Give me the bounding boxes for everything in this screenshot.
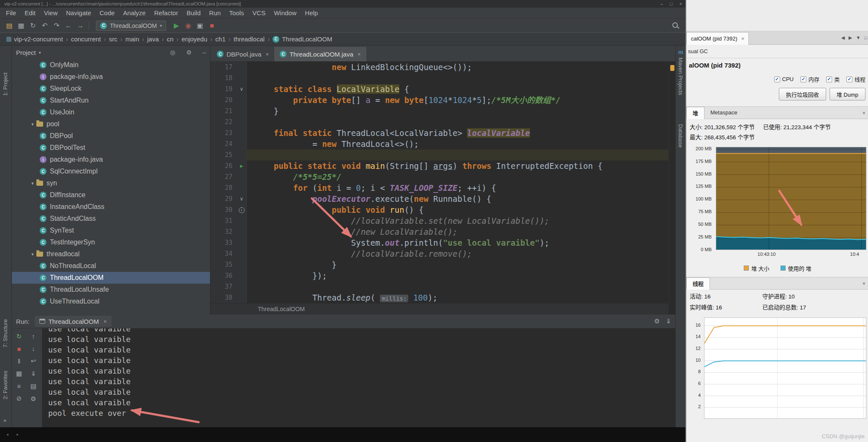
close-icon[interactable]: × [358,51,361,57]
menu-vcs[interactable]: VCS [248,9,270,16]
checkbox-cpu[interactable]: ✓CPU [774,76,794,82]
tab-list-icon[interactable]: ▼ [856,35,860,41]
hide-icon[interactable]: – [202,49,206,56]
close-icon[interactable]: × [862,110,865,116]
menu-file[interactable]: File [2,9,20,16]
tree-item-diffinstance[interactable]: CDiffInstance [12,189,210,201]
project-panel-title[interactable]: Project [16,49,36,56]
tree-item-pool[interactable]: ▾pool [12,118,210,130]
rerun-icon[interactable]: ↻ [16,333,22,340]
soft-wrap-icon[interactable]: ↩ [31,357,36,365]
tree-item-sleeplock[interactable]: CSleepLock [12,83,210,95]
checkbox-线程[interactable]: ✓线程 [846,75,865,83]
console-output[interactable]: use local varaibleuse local varaibleuse … [42,328,675,427]
breadcrumb-item-vip-v2-concurrent[interactable]: vip-v2-concurrent [5,35,64,43]
editor-breadcrumb[interactable]: ThreadLocalOOM [210,303,669,315]
tree-item-threadlocaloom[interactable]: CThreadLocalOOM [12,272,210,284]
breadcrumb-item-threadlocaloom[interactable]: CThreadLocalOOM [271,35,333,43]
locate-icon[interactable]: ◎ [170,49,175,56]
tool-window-project-button[interactable]: 1: Project [2,73,8,96]
tool-window-database-button[interactable]: Database [677,124,684,148]
menu-code[interactable]: Code [95,9,119,16]
tree-item-instanceandclass[interactable]: CInstanceAndClass [12,201,210,213]
maximize-icon[interactable]: □ [670,0,673,8]
debug-icon[interactable]: ◉ [182,22,194,30]
menu-run[interactable]: Run [205,9,225,16]
save-all-icon[interactable]: ▦ [15,22,27,30]
tree-item-package-info.java[interactable]: ipackage-info.java [12,154,210,165]
settings-icon[interactable]: ⚙ [654,317,660,325]
tree-item-onlymain[interactable]: COnlyMain [12,59,210,71]
fold-icon[interactable]: ∨ [240,196,243,202]
status-bar-icon[interactable]: ▪ [16,431,19,438]
breadcrumb-item-concurrent[interactable]: concurrent [70,35,102,43]
run-configuration-select[interactable]: C ThreadLocalOOM ▾ [96,21,166,31]
close-icon[interactable]: × [862,280,865,287]
close-icon[interactable]: × [104,318,107,325]
close-icon[interactable]: × [741,35,745,42]
settings-icon[interactable]: ⚙ [30,395,36,403]
tab-threads[interactable]: 线程 [686,277,710,290]
checkbox-类[interactable]: ✓类 [826,75,840,83]
tree-item-dbpooltest[interactable]: CDBPoolTest [12,142,210,154]
tree-item-sqlconnectimpl[interactable]: CSqlConnectImpl [12,165,210,177]
clear-icon[interactable]: ⊘ [16,395,22,402]
tab-heap[interactable]: 堆 [686,107,704,119]
breadcrumb-item-main[interactable]: main [124,35,141,43]
tree-item-threadlocal[interactable]: ▾threadlocal [12,248,210,260]
chevron-down-icon[interactable]: ▾ [39,50,41,55]
breadcrumb-item-ch1[interactable]: ch1 [214,35,227,43]
visualgc-subtab[interactable]: sual GC [686,45,868,58]
chevron-down-icon[interactable]: ▾ [29,181,36,186]
tool-window-structure-button[interactable]: 7: Structure [2,319,8,347]
breadcrumb-item-threadlocal[interactable]: threadlocal [232,35,266,43]
override-icon[interactable]: ↑ [239,207,245,213]
code-editor[interactable]: 17 new LinkedBlockingQueue<>());1819∨ st… [210,62,669,303]
menu-edit[interactable]: Edit [20,9,40,16]
stop-icon[interactable]: ■ [206,22,218,30]
fold-icon[interactable]: ∨ [240,86,243,92]
tree-item-testintegersyn[interactable]: CTestIntegerSyn [12,236,210,248]
menu-build[interactable]: Build [182,9,205,16]
down-stack-icon[interactable]: ↓ [32,345,35,352]
close-icon[interactable]: × [266,51,269,57]
pause-icon[interactable]: ‖ [18,358,20,365]
history-icon[interactable]: ≡ [17,382,21,390]
tree-item-package-info.java[interactable]: ipackage-info.java [12,71,210,83]
tree-item-staticandclass[interactable]: CStaticAndClass [12,213,210,225]
breadcrumb-item-enjoyedu[interactable]: enjoyedu [180,35,209,43]
tree-item-threadlocalunsafe[interactable]: CThreadLocalUnsafe [12,284,210,296]
tree-item-dbpool[interactable]: CDBPool [12,130,210,142]
menu-navigate[interactable]: Navigate [62,9,95,16]
tool-window-favorites-button[interactable]: 2: Favorites [2,371,8,399]
tree-item-usethreadlocal[interactable]: CUseThreadLocal [12,296,210,307]
chevron-down-icon[interactable]: ▾ [29,122,36,127]
editor-tab-threadlocaloom.java[interactable]: CThreadLocalOOM.java× [274,47,366,61]
settings-icon[interactable]: ⚙ [186,49,192,56]
checkbox-内存[interactable]: ✓内存 [800,75,819,83]
editor-scrollbar[interactable] [669,62,675,303]
back-icon[interactable]: ← [63,22,74,30]
tool-window-maven-button[interactable]: Maven Projects [677,57,684,95]
minimize-icon[interactable]: – [661,0,663,8]
open-icon[interactable]: ▤ [3,22,15,30]
menu-view[interactable]: View [40,9,62,16]
scroll-right-icon[interactable]: ▶ [849,35,852,41]
tree-item-usejoin[interactable]: CUseJoin [12,106,210,118]
up-stack-icon[interactable]: ↑ [32,333,35,340]
visualvm-process-tab[interactable]: calOOM (pid 7392) × [686,32,749,45]
scroll-left-icon[interactable]: ◀ [841,35,845,41]
forward-icon[interactable]: → [74,22,86,30]
run-icon[interactable]: ▶ [170,22,182,30]
tree-item-syn[interactable]: ▾syn [12,177,210,189]
breadcrumb-item-cn[interactable]: cn [166,35,175,43]
stop-icon[interactable]: ■ [17,345,21,353]
breadcrumb-item-src[interactable]: src [108,35,119,43]
menu-analyze[interactable]: Analyze [119,9,150,16]
search-everywhere-button[interactable] [672,22,678,30]
scroll-to-end-icon[interactable]: ⇓ [31,370,36,377]
close-icon[interactable]: × [680,0,682,8]
menu-help[interactable]: Help [301,9,322,16]
sync-icon[interactable]: ↻ [27,22,39,30]
tree-item-startandrun[interactable]: CStartAndRun [12,95,210,106]
